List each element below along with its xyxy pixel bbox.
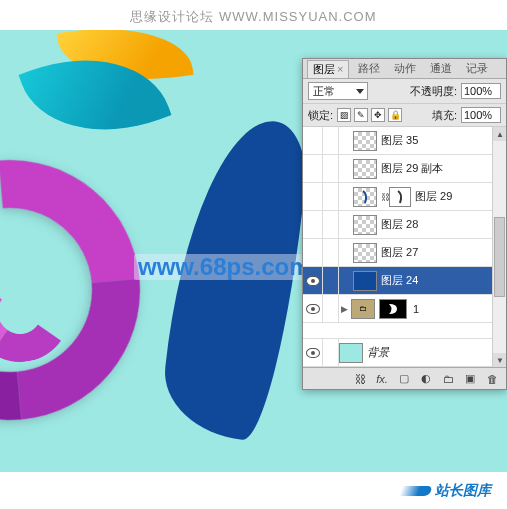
eye-icon bbox=[306, 276, 320, 286]
fill-input[interactable]: 100% bbox=[461, 107, 501, 123]
layer-thumb[interactable] bbox=[353, 243, 377, 263]
link-layers-icon[interactable]: ⛓ bbox=[352, 372, 368, 386]
scroll-thumb[interactable] bbox=[494, 217, 505, 297]
visibility-toggle[interactable] bbox=[303, 239, 323, 267]
new-group-icon[interactable]: 🗀 bbox=[440, 372, 456, 386]
layer-group-row[interactable]: ▶ 🗀 1 bbox=[303, 295, 506, 323]
layer-name[interactable]: 图层 35 bbox=[381, 133, 502, 148]
tab-actions[interactable]: 动作 bbox=[389, 60, 421, 77]
watermark-text: www.68ps.com bbox=[134, 254, 315, 280]
lock-transparency-icon[interactable]: ▨ bbox=[337, 108, 351, 122]
visibility-toggle[interactable] bbox=[303, 127, 323, 155]
mask-link-icon[interactable]: ⛓ bbox=[381, 192, 389, 202]
lock-brush-icon[interactable]: ✎ bbox=[354, 108, 368, 122]
tab-channels[interactable]: 通道 bbox=[425, 60, 457, 77]
visibility-toggle[interactable] bbox=[303, 211, 323, 239]
layers-panel: 图层× 路径 动作 通道 记录 正常 不透明度: 100% 锁定: ▨ ✎ ✥ … bbox=[302, 58, 507, 390]
scroll-up-arrow-icon[interactable]: ▲ bbox=[493, 127, 506, 141]
eye-icon bbox=[306, 304, 320, 314]
layer-name[interactable]: 图层 29 bbox=[415, 189, 502, 204]
layer-mask-thumb[interactable] bbox=[389, 187, 411, 207]
layer-row-35[interactable]: 图层 35 bbox=[303, 127, 506, 155]
layer-thumb[interactable] bbox=[339, 343, 363, 363]
layer-list-scrollbar[interactable]: ▲ ▼ bbox=[492, 127, 506, 367]
layer-thumb[interactable] bbox=[353, 131, 377, 151]
layer-list: 图层 35 图层 29 副本 ⛓ 图层 29 图层 28 bbox=[303, 127, 506, 367]
scroll-down-arrow-icon[interactable]: ▼ bbox=[493, 353, 506, 367]
add-mask-icon[interactable]: ▢ bbox=[396, 372, 412, 386]
blend-opacity-row: 正常 不透明度: 100% bbox=[303, 79, 506, 104]
tab-history[interactable]: 记录 bbox=[461, 60, 493, 77]
layer-thumb[interactable] bbox=[353, 159, 377, 179]
layer-row-27[interactable]: 图层 27 bbox=[303, 239, 506, 267]
visibility-toggle[interactable] bbox=[303, 295, 323, 323]
delete-layer-icon[interactable]: 🗑 bbox=[484, 372, 500, 386]
panel-footer: ⛓ fx. ▢ ◐ 🗀 ▣ 🗑 bbox=[303, 367, 506, 389]
visibility-toggle[interactable] bbox=[303, 183, 323, 211]
adjustment-layer-icon[interactable]: ◐ bbox=[418, 372, 434, 386]
opacity-label: 不透明度: bbox=[410, 84, 457, 99]
lock-fill-row: 锁定: ▨ ✎ ✥ 🔒 填充: 100% bbox=[303, 104, 506, 127]
visibility-toggle[interactable] bbox=[303, 155, 323, 183]
layer-thumb[interactable] bbox=[353, 187, 377, 207]
lock-all-icon[interactable]: 🔒 bbox=[388, 108, 402, 122]
lock-icons-group: ▨ ✎ ✥ 🔒 bbox=[337, 108, 402, 122]
layer-name[interactable]: 1 bbox=[413, 303, 502, 315]
fill-label: 填充: bbox=[432, 108, 457, 123]
layer-row-background[interactable]: 背景 🔒 bbox=[303, 339, 506, 367]
eye-icon bbox=[306, 348, 320, 358]
layer-name[interactable]: 图层 29 副本 bbox=[381, 161, 502, 176]
folder-icon[interactable]: 🗀 bbox=[351, 299, 375, 319]
layer-thumb[interactable] bbox=[353, 215, 377, 235]
layer-row-29-copy[interactable]: 图层 29 副本 bbox=[303, 155, 506, 183]
source-attribution: 思缘设计论坛 WWW.MISSYUAN.COM bbox=[0, 8, 507, 26]
new-layer-icon[interactable]: ▣ bbox=[462, 372, 478, 386]
layer-row-28[interactable]: 图层 28 bbox=[303, 211, 506, 239]
page-footer: 站长图库 bbox=[0, 472, 507, 509]
layer-thumb[interactable] bbox=[353, 271, 377, 291]
lock-move-icon[interactable]: ✥ bbox=[371, 108, 385, 122]
disclosure-triangle-icon[interactable]: ▶ bbox=[339, 304, 349, 314]
lock-label: 锁定: bbox=[308, 108, 333, 123]
layer-row-29[interactable]: ⛓ 图层 29 bbox=[303, 183, 506, 211]
layer-row-24[interactable]: 图层 24 bbox=[303, 267, 506, 295]
layer-fx-icon[interactable]: fx. bbox=[374, 372, 390, 386]
layer-name[interactable]: 图层 24 bbox=[381, 273, 502, 288]
footer-logo-text: 站长图库 bbox=[435, 482, 491, 500]
layer-name[interactable]: 背景 bbox=[367, 345, 490, 360]
layer-name[interactable]: 图层 28 bbox=[381, 217, 502, 232]
tab-paths[interactable]: 路径 bbox=[353, 60, 385, 77]
blend-mode-select[interactable]: 正常 bbox=[308, 82, 368, 100]
visibility-toggle[interactable] bbox=[303, 267, 323, 295]
visibility-toggle[interactable] bbox=[303, 339, 323, 367]
tab-layers[interactable]: 图层× bbox=[307, 60, 349, 78]
layer-name[interactable]: 图层 27 bbox=[381, 245, 502, 260]
panel-tabs: 图层× 路径 动作 通道 记录 bbox=[303, 59, 506, 79]
opacity-input[interactable]: 100% bbox=[461, 83, 501, 99]
footer-swoosh-icon bbox=[399, 486, 433, 496]
group-mask-thumb[interactable] bbox=[379, 299, 407, 319]
close-icon[interactable]: × bbox=[337, 63, 343, 75]
